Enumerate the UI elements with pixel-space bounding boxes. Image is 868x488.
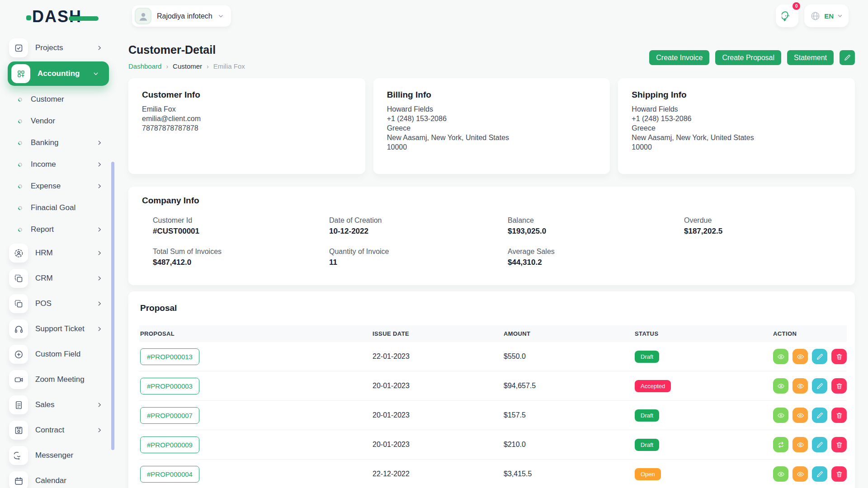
company-info-card: Company Info Customer Id#CUST00001Date o… (128, 187, 855, 285)
preview-button[interactable] (793, 437, 808, 452)
trash-icon (835, 353, 843, 361)
sidebar-item-accounting[interactable]: Accounting (8, 61, 109, 86)
sidebar-item-sales[interactable]: Sales (0, 392, 115, 418)
chevron-down-icon (93, 70, 99, 77)
breadcrumb-item-customer[interactable]: Customer (173, 62, 202, 70)
preview-button[interactable] (793, 466, 808, 482)
sidebar-item-income[interactable]: Income (0, 154, 115, 175)
sidebar-item-customer[interactable]: Customer (0, 89, 115, 110)
view-button[interactable] (773, 408, 788, 423)
custom-field-icon (9, 345, 28, 364)
sidebar-item-report[interactable]: Report (0, 219, 115, 240)
accounting-icon (16, 69, 26, 79)
view-button[interactable] (773, 378, 788, 394)
checklist-icon (9, 38, 28, 57)
company-info-field: Customer Id#CUST00001 (153, 216, 329, 236)
delete-button[interactable] (831, 349, 847, 364)
app-logo[interactable]: DASH (26, 7, 103, 28)
sidebar-scrollbar[interactable] (111, 162, 114, 450)
sidebar: ProjectsAccountingCustomerVendorBankingI… (0, 36, 115, 488)
messenger-icon (9, 446, 28, 465)
sidebar-item-support-ticket[interactable]: Support Ticket (0, 316, 115, 342)
column-header-proposal: PROPOSAL (140, 330, 373, 337)
custom-field-icon (14, 350, 24, 359)
edit-button[interactable] (812, 437, 827, 452)
preview-button[interactable] (793, 408, 808, 423)
status-badge: Draft (635, 439, 659, 451)
company-info-field: Overdue$187,202.5 (684, 216, 841, 236)
table-row: #PROP00000422-12-2022$3,415.5Open (139, 460, 847, 488)
sidebar-item-messenger[interactable]: Messenger (0, 443, 115, 468)
info-line: 10000 (387, 142, 597, 152)
sidebar-item-zoom-meeting[interactable]: Zoom Meeting (0, 367, 115, 392)
delete-button[interactable] (831, 437, 847, 452)
sidebar-item-hrm[interactable]: HRM (0, 240, 115, 266)
delete-button[interactable] (831, 378, 847, 394)
chevron-right-icon (96, 161, 103, 168)
create-invoice-button[interactable]: Create Invoice (649, 50, 709, 65)
eye-icon (797, 353, 804, 361)
proposal-link[interactable]: #PROP000009 (140, 436, 199, 453)
issue-date-cell: 22-01-2023 (373, 352, 504, 361)
info-line: 78787878787878 (142, 123, 352, 133)
preview-button[interactable] (793, 378, 808, 394)
checklist-icon (14, 43, 24, 53)
proposal-link[interactable]: #PROP000007 (140, 407, 199, 424)
sidebar-item-calendar[interactable]: Calendar (0, 468, 115, 488)
view-button[interactable] (773, 466, 788, 482)
hrm-icon (14, 249, 24, 258)
sidebar-item-banking[interactable]: Banking (0, 132, 115, 154)
info-line: 10000 (632, 142, 841, 152)
convert-button[interactable] (773, 437, 788, 452)
pos-icon (14, 299, 24, 309)
proposal-link[interactable]: #PROP000004 (140, 466, 199, 483)
sidebar-item-label: Messenger (35, 451, 73, 460)
sidebar-item-expense[interactable]: Expense (0, 175, 115, 197)
sidebar-item-finacial-goal[interactable]: Finacial Goal (0, 197, 115, 219)
support-icon (9, 319, 28, 338)
proposal-link[interactable]: #PROP000003 (140, 378, 199, 394)
edit-button[interactable] (812, 466, 827, 482)
sidebar-item-vendor[interactable]: Vendor (0, 110, 115, 132)
delete-button[interactable] (831, 466, 847, 482)
sidebar-item-label: Sales (35, 400, 55, 409)
info-line: Greece (387, 123, 597, 133)
card-title: Customer Info (142, 90, 352, 100)
proposal-table: PROPOSALISSUE DATEAMOUNTSTATUSACTION#PRO… (139, 325, 847, 488)
edit-customer-button[interactable] (840, 50, 855, 65)
create-proposal-button[interactable]: Create Proposal (715, 50, 781, 65)
eye-icon (797, 382, 804, 390)
sidebar-item-label: CRM (35, 274, 53, 283)
bullet-icon (17, 205, 23, 211)
edit-button[interactable] (812, 378, 827, 394)
card-title: Shipping Info (632, 90, 841, 100)
edit-button[interactable] (812, 349, 827, 364)
zoom-meeting-icon (14, 375, 24, 385)
breadcrumb-item-dashboard[interactable]: Dashboard (128, 62, 161, 70)
sidebar-item-crm[interactable]: CRM (0, 266, 115, 291)
sidebar-item-contract[interactable]: Contract (0, 418, 115, 443)
statement-button[interactable]: Statement (787, 50, 834, 65)
bullet-icon (17, 140, 23, 146)
view-button[interactable] (773, 349, 788, 364)
sidebar-item-pos[interactable]: POS (0, 291, 115, 316)
info-line: +1 (248) 153-2086 (632, 114, 841, 123)
sidebar-item-projects[interactable]: Projects (0, 36, 115, 60)
card-title: Company Info (142, 196, 841, 206)
chevron-right-icon (96, 250, 103, 256)
customer-info-card: Customer Info Emilia Foxemilia@client.co… (128, 78, 365, 174)
chevron-right-icon (96, 140, 103, 146)
trash-icon (835, 470, 843, 478)
field-value: #CUST00001 (153, 227, 329, 236)
preview-button[interactable] (793, 349, 808, 364)
field-label: Average Sales (508, 248, 684, 256)
bullet-icon (17, 118, 23, 124)
delete-button[interactable] (831, 408, 847, 423)
proposal-link[interactable]: #PROP000013 (140, 348, 199, 365)
column-header-issue-date: ISSUE DATE (373, 330, 504, 337)
field-value: $44,310.2 (508, 258, 684, 267)
table-row: #PROP00000720-01-2023$157.5Draft (139, 401, 847, 430)
chevron-right-icon (96, 427, 103, 433)
sidebar-item-custom-field[interactable]: Custom Field (0, 342, 115, 367)
edit-button[interactable] (812, 408, 827, 423)
